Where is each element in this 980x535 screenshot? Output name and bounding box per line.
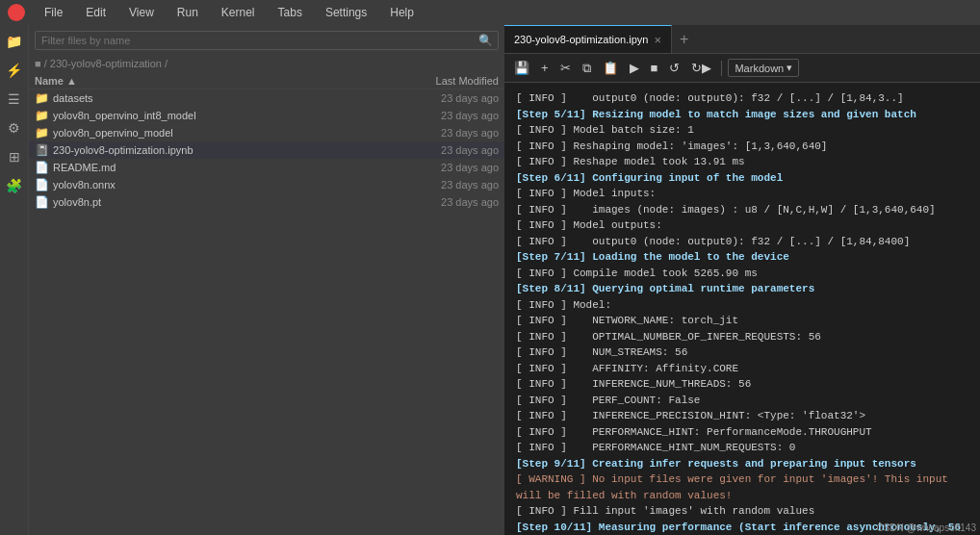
cut-cell-button[interactable]: ✂ [556,59,575,77]
list-item[interactable]: 📄 yolov8n.onnx 23 days ago [29,176,504,193]
file-name-label: 230-yolov8-optimization.ipynb [53,144,441,156]
file-type-icon: 📄 [35,161,49,174]
file-name-label: yolov8n_openvino_int8_model [53,110,441,121]
file-list: 📁 datasets 23 days ago 📁 yolov8n_openvin… [29,89,504,535]
file-type-icon: 📄 [35,195,49,209]
file-date-label: 23 days ago [441,144,499,156]
notebook-toolbar: 💾 + ✂ ⧉ 📋 ▶ ■ ↺ ↻▶ Markdown ▾ [504,54,980,83]
output-line: [Step 8/11] Querying optimal runtime par… [516,281,968,297]
output-area[interactable]: [ INFO ] output0 (node: output0): f32 / … [504,83,980,535]
file-date-label: 23 days ago [441,196,499,208]
output-line: [ INFO ] output0 (node: output0): f32 / … [516,234,968,250]
add-cell-button[interactable]: + [537,59,553,77]
save-notebook-button[interactable]: 💾 [510,59,533,77]
output-line: [ INFO ] NETWORK_NAME: torch_jit [516,313,968,329]
output-line: [Step 9/11] Creating infer requests and … [516,456,968,472]
list-item[interactable]: 📁 datasets 23 days ago [29,89,504,107]
output-line: [ INFO ] PERFORMANCE_HINT: PerformanceMo… [516,424,968,441]
file-name-label: yolov8n.onnx [53,179,441,191]
menu-view[interactable]: View [125,4,158,21]
restart-run-button[interactable]: ↻▶ [687,59,715,77]
stop-button[interactable]: ■ [647,59,662,77]
file-date-label: 23 days ago [441,92,499,104]
tabs-icon[interactable]: ⊞ [4,146,25,167]
paste-cell-button[interactable]: 📋 [599,59,622,77]
file-name-label: datasets [53,92,441,104]
output-line: [ INFO ] INFERENCE_PRECISION_HINT: <Type… [516,408,968,424]
run-cell-button[interactable]: ▶ [626,59,643,77]
search-box: 🔍 [29,25,504,56]
output-line: [ INFO ] Model inputs: [516,186,968,202]
file-date-label: 23 days ago [441,179,499,191]
output-line: [ INFO ] output0 (node: output0): f32 / … [516,90,968,107]
list-item[interactable]: 📄 yolov8n.pt 23 days ago [29,193,504,211]
app-logo [8,4,25,21]
output-line: [ INFO ] PERFORMANCE_HINT_NUM_REQUESTS: … [516,440,968,456]
list-item[interactable]: 📁 yolov8n_openvino_model 23 days ago [29,124,504,141]
property-inspector-icon[interactable]: ⚙ [4,117,25,139]
menu-file[interactable]: File [40,4,66,21]
file-name-label: yolov8n.pt [53,196,441,208]
menu-edit[interactable]: Edit [82,4,110,21]
output-line: [Step 7/11] Loading the model to the dev… [516,249,968,266]
file-date-label: 23 days ago [441,127,499,139]
search-input[interactable] [35,31,499,50]
file-date-label: 23 days ago [441,162,499,173]
editor-area: 230-yolov8-optimization.ipyn × + 💾 + ✂ ⧉… [504,25,980,535]
cell-type-dropdown[interactable]: Markdown ▾ [728,59,799,77]
tab-add-button[interactable]: + [672,31,696,48]
output-line: [ INFO ] OPTIMAL_NUMBER_OF_INFER_REQUEST… [516,329,968,345]
dropdown-arrow-icon: ▾ [787,62,792,74]
output-line: [ INFO ] Reshaping model: 'images': [1,3… [516,139,968,155]
breadcrumb: ■ / 230-yolov8-optimization / [29,56,504,73]
tab-bar: 230-yolov8-optimization.ipyn × + [504,25,980,54]
output-line: [Step 6/11] Configuring input of the mod… [516,170,968,187]
output-line: [ INFO ] Fill input 'images' with random… [516,503,968,520]
output-line: [ INFO ] Model batch size: 1 [516,122,968,139]
search-icon: 🔍 [478,34,493,47]
column-name-label: Name [35,75,64,87]
commands-icon[interactable]: ☰ [4,89,25,110]
output-line: [ INFO ] AFFINITY: Affinity.CORE [516,361,968,377]
copy-cell-button[interactable]: ⧉ [579,59,595,78]
menu-bar: File Edit View Run Kernel Tabs Settings … [0,0,980,25]
files-icon[interactable]: 📁 [4,31,25,52]
toolbar-separator [721,61,722,76]
output-line: [Step 5/11] Resizing model to match imag… [516,107,968,123]
menu-settings[interactable]: Settings [322,4,371,21]
sort-name-button[interactable]: Name ▲ [35,75,436,87]
cell-type-label: Markdown [735,63,784,74]
list-item[interactable]: 📓 230-yolov8-optimization.ipynb 23 days … [29,141,504,159]
notebook-tab[interactable]: 230-yolov8-optimization.ipyn × [504,25,672,53]
restart-button[interactable]: ↺ [665,59,683,77]
menu-kernel[interactable]: Kernel [218,4,259,21]
extension-icon[interactable]: 🧩 [4,175,25,196]
file-type-icon: 📁 [35,126,49,140]
file-type-icon: 📄 [35,178,49,191]
output-line: [ INFO ] Reshape model took 13.91 ms [516,154,968,170]
sort-arrow-icon: ▲ [66,75,77,87]
menu-tabs[interactable]: Tabs [274,4,306,21]
output-line: [ INFO ] INFERENCE_NUM_THREADS: 56 [516,376,968,393]
menu-help[interactable]: Help [386,4,418,21]
file-type-icon: 📁 [35,109,49,122]
output-line: [ INFO ] NUM_STREAMS: 56 [516,344,968,361]
file-date-label: 23 days ago [441,110,499,121]
file-tree-header: Name ▲ Last Modified [29,73,504,89]
sidebar-panel: 🔍 ■ / 230-yolov8-optimization / Name ▲ L… [29,25,504,535]
sidebar-icons: 📁 ⚡ ☰ ⚙ ⊞ 🧩 [0,25,29,535]
tab-close-button[interactable]: × [654,33,661,47]
file-name-label: README.md [53,162,441,173]
column-modified-label: Last Modified [436,75,499,87]
file-name-label: yolov8n_openvino_model [53,127,441,139]
file-type-icon: 📓 [35,143,49,157]
menu-run[interactable]: Run [173,4,202,21]
list-item[interactable]: 📁 yolov8n_openvino_int8_model 23 days ag… [29,107,504,124]
main-area: 📁 ⚡ ☰ ⚙ ⊞ 🧩 🔍 ■ / 230-yolov8-optimizatio… [0,25,980,535]
file-type-icon: 📁 [35,91,49,105]
output-line: [ WARNING ] No input files were given fo… [516,471,968,503]
list-item[interactable]: 📄 README.md 23 days ago [29,159,504,176]
output-line: [ INFO ] images (node: images) : u8 / [N… [516,202,968,218]
tab-label: 230-yolov8-optimization.ipyn [514,34,648,45]
running-icon[interactable]: ⚡ [4,60,25,81]
